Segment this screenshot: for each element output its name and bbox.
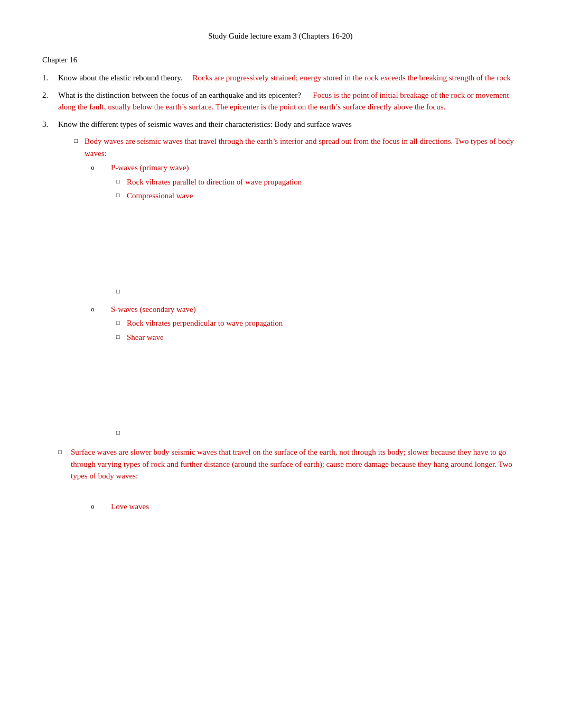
question-1-red: Rocks are progressively strained; energy… xyxy=(192,73,510,82)
s-wave-bullet-2-text: Shear wave xyxy=(127,333,164,342)
body-waves-intro-bullet: □ Body waves are seismic waves that trav… xyxy=(74,135,519,159)
question-3: 3. Know the different types of seismic w… xyxy=(42,118,519,131)
s-wave-bullet-1-text: Rock vibrates perpendicular to wave prop… xyxy=(127,319,283,327)
p-waves-label-item: o P-waves (primary wave) xyxy=(100,162,519,174)
s-waves-label: S-waves (secondary wave) xyxy=(111,305,196,314)
question-3-number: 3. xyxy=(42,118,48,131)
love-waves-section: o Love waves xyxy=(58,501,519,513)
question-1-black: Know about the elastic rebound theory. xyxy=(58,73,183,82)
blank-square-1-icon: □ xyxy=(116,288,120,295)
p-waves-label: P-waves (primary wave) xyxy=(111,163,189,172)
body-waves-square-icon: □ xyxy=(74,136,78,145)
question-1-number: 1. xyxy=(42,72,48,84)
page-title: Study Guide lecture exam 3 (Chapters 16-… xyxy=(42,32,519,41)
surface-waves-bullet: □ Surface waves are slower body seismic … xyxy=(58,446,519,482)
p-waves-section: o P-waves (primary wave) □ Rock vibrates… xyxy=(74,162,519,202)
blank-bullet-2: □ xyxy=(74,428,519,442)
s-waves-section: o S-waves (secondary wave) □ Rock vibrat… xyxy=(74,303,519,344)
s-wave-bullet-1: □ Rock vibrates perpendicular to wave pr… xyxy=(116,317,519,329)
p-waves-bullets: □ Rock vibrates parallel to direction of… xyxy=(100,176,519,202)
love-waves-o-icon: o xyxy=(91,501,95,512)
love-waves-label: Love waves xyxy=(111,502,149,511)
s-wave-bullet-1-icon: □ xyxy=(116,318,120,327)
body-waves-section: □ Body waves are seismic waves that trav… xyxy=(42,135,519,442)
s-wave-bullet-2: □ Shear wave xyxy=(116,331,519,344)
s-waves-label-item: o S-waves (secondary wave) xyxy=(100,303,519,316)
p-wave-bullet-2-icon: □ xyxy=(116,191,120,200)
s-wave-bullet-2-icon: □ xyxy=(116,333,120,342)
surface-waves-section: □ Surface waves are slower body seismic … xyxy=(42,446,519,512)
blank-square-2-icon: □ xyxy=(116,429,120,436)
spacer-before-love xyxy=(58,482,519,498)
surface-waves-text: Surface waves are slower body seismic wa… xyxy=(71,448,512,480)
image-spacer-2 xyxy=(74,343,519,428)
page: Study Guide lecture exam 3 (Chapters 16-… xyxy=(0,0,561,728)
question-2-number: 2. xyxy=(42,89,48,102)
p-wave-bullet-1-text: Rock vibrates parallel to direction of w… xyxy=(127,178,302,186)
p-wave-bullet-1: □ Rock vibrates parallel to direction of… xyxy=(116,176,519,188)
image-spacer-1 xyxy=(74,202,519,287)
s-waves-bullets: □ Rock vibrates perpendicular to wave pr… xyxy=(100,317,519,343)
question-2: 2. What is the distinction between the f… xyxy=(42,89,519,113)
chapter-heading: Chapter 16 xyxy=(42,56,519,64)
love-waves-item: o Love waves xyxy=(100,501,519,513)
question-1: 1. Know about the elastic rebound theory… xyxy=(42,72,519,84)
p-wave-bullet-2: □ Compressional wave xyxy=(116,190,519,202)
s-waves-o-icon: o xyxy=(91,304,95,315)
surface-waves-square-icon: □ xyxy=(58,447,62,457)
p-wave-bullet-2-text: Compressional wave xyxy=(127,191,193,200)
question-3-black: Know the different types of seismic wave… xyxy=(58,120,352,128)
p-wave-bullet-1-icon: □ xyxy=(116,177,120,186)
question-2-black: What is the distinction between the focu… xyxy=(58,91,301,99)
blank-bullet-1: □ xyxy=(74,287,519,301)
p-waves-o-icon: o xyxy=(91,162,95,173)
body-waves-intro-text: Body waves are seismic waves that travel… xyxy=(85,137,514,158)
